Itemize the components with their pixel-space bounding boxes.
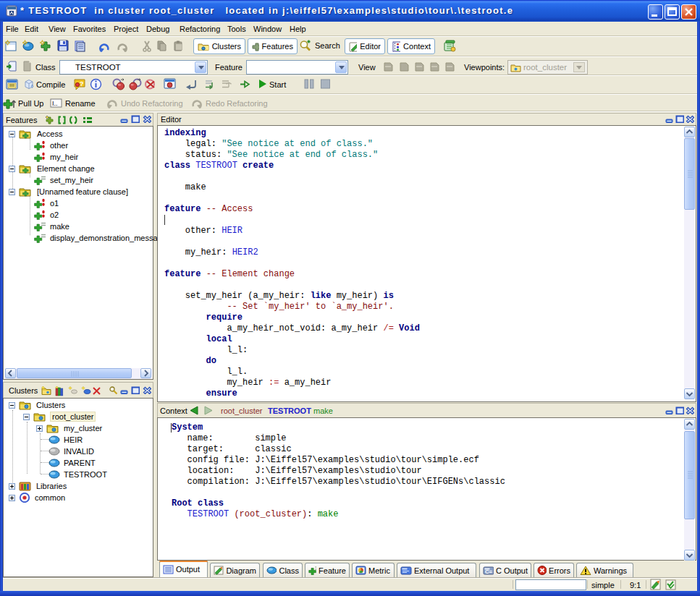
svg-text:I..: I..	[52, 100, 58, 107]
svg-text:C=: C=	[485, 569, 492, 575]
svg-text:?: ?	[80, 80, 84, 88]
